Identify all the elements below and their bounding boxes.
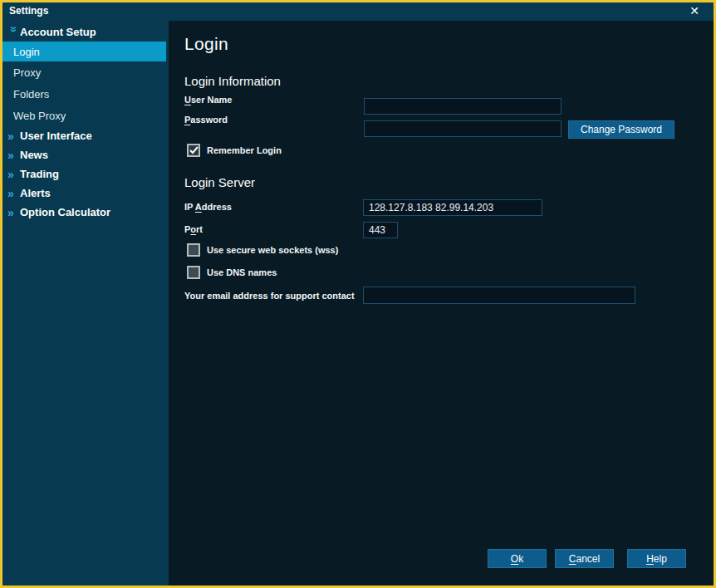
sidebar-item-label: Proxy bbox=[13, 66, 41, 79]
wss-checkbox-row[interactable]: Use secure web sockets (wss) bbox=[187, 243, 338, 257]
remember-login-checkbox[interactable] bbox=[187, 144, 200, 157]
sidebar-item-folders[interactable]: Folders bbox=[2, 83, 169, 105]
section-title-login-information: Login Information bbox=[184, 74, 281, 88]
dns-label: Use DNS names bbox=[207, 267, 277, 277]
login-settings-panel: Login Login Information User Name Passwo… bbox=[169, 21, 714, 586]
sidebar-item-login[interactable]: Login bbox=[2, 42, 166, 61]
window-title: Settings bbox=[9, 3, 48, 18]
chevron-right-icon: » bbox=[7, 169, 19, 179]
sidebar-group-label: User Interface bbox=[20, 130, 92, 142]
settings-sidebar: » Account Setup Login Proxy Folders Web … bbox=[2, 21, 169, 586]
wss-label: Use secure web sockets (wss) bbox=[207, 245, 338, 255]
help-button[interactable]: Help bbox=[627, 549, 686, 568]
page-title: Login bbox=[184, 34, 228, 54]
sidebar-group-option-calculator[interactable]: » Option Calculator bbox=[2, 203, 169, 222]
sidebar-group-trading[interactable]: » Trading bbox=[2, 164, 169, 184]
settings-window: Settings ✕ » Account Setup Login Proxy F… bbox=[0, 0, 716, 588]
sidebar-group-label: Alerts bbox=[20, 187, 51, 199]
ip-address-label: IP Address bbox=[184, 202, 232, 212]
user-name-label: User Name bbox=[184, 95, 233, 105]
titlebar: Settings ✕ bbox=[2, 2, 714, 21]
sidebar-group-label: Account Setup bbox=[20, 26, 96, 38]
remember-login-label: Remember Login bbox=[207, 145, 282, 155]
sidebar-group-label: News bbox=[20, 149, 48, 161]
sidebar-item-label: Login bbox=[13, 46, 40, 58]
sidebar-item-web-proxy[interactable]: Web Proxy bbox=[2, 105, 169, 126]
support-email-input[interactable] bbox=[363, 287, 635, 304]
wss-checkbox[interactable] bbox=[187, 243, 200, 257]
checkmark-icon bbox=[189, 146, 199, 154]
sidebar-group-label: Trading bbox=[20, 168, 59, 180]
remember-login-checkbox-row[interactable]: Remember Login bbox=[187, 144, 282, 157]
password-input[interactable] bbox=[364, 120, 562, 137]
support-email-label: Your email address for support contact bbox=[184, 291, 355, 301]
dns-checkbox[interactable] bbox=[187, 266, 200, 279]
sidebar-group-alerts[interactable]: » Alerts bbox=[2, 184, 169, 203]
user-name-input[interactable] bbox=[364, 98, 562, 115]
port-input[interactable] bbox=[363, 222, 398, 238]
change-password-button[interactable]: Change Password bbox=[568, 120, 674, 139]
ok-button[interactable]: Ok bbox=[488, 549, 547, 568]
chevron-right-icon: » bbox=[7, 189, 19, 198]
chevron-down-icon: » bbox=[9, 26, 19, 37]
password-label: Password bbox=[184, 115, 228, 125]
cancel-button[interactable]: Cancel bbox=[555, 549, 614, 568]
dns-checkbox-row[interactable]: Use DNS names bbox=[187, 266, 277, 279]
sidebar-group-news[interactable]: » News bbox=[2, 145, 169, 164]
sidebar-item-label: Web Proxy bbox=[13, 110, 66, 122]
section-title-login-server: Login Server bbox=[184, 175, 255, 189]
close-icon[interactable]: ✕ bbox=[686, 2, 703, 19]
port-label: Port bbox=[184, 224, 203, 234]
sidebar-item-label: Folders bbox=[13, 88, 49, 100]
chevron-right-icon: » bbox=[7, 131, 19, 141]
chevron-right-icon: » bbox=[7, 150, 19, 160]
sidebar-item-proxy[interactable]: Proxy bbox=[2, 61, 169, 83]
sidebar-group-account-setup[interactable]: » Account Setup bbox=[2, 22, 169, 42]
ip-address-input[interactable] bbox=[363, 199, 542, 216]
sidebar-group-user-interface[interactable]: » User Interface bbox=[2, 126, 169, 145]
sidebar-group-label: Option Calculator bbox=[20, 206, 110, 218]
chevron-right-icon: » bbox=[7, 208, 19, 218]
